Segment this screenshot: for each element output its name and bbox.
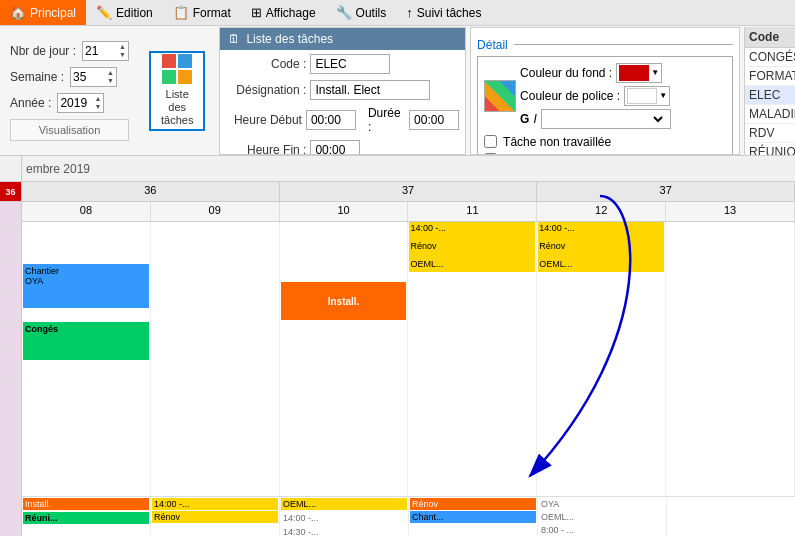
couleur-police-dropdown[interactable]: ▼ — [624, 86, 670, 106]
font-select-dropdown[interactable] — [541, 109, 671, 129]
task-code: MALADIE — [745, 105, 795, 123]
task-code: ELEC — [745, 86, 795, 104]
font-style-row: G I — [520, 109, 671, 129]
bottom-800: 8:00 - ... — [539, 524, 665, 536]
duree-label: Durée : — [368, 106, 405, 134]
event-oeml-1[interactable]: OEML... — [409, 258, 535, 272]
bottom-install[interactable]: Install. — [23, 498, 149, 510]
task-row[interactable]: RDV RdV 0 — [745, 124, 795, 143]
task-row[interactable]: MALADIE Maladie 0 — [745, 105, 795, 124]
heure-debut-input[interactable] — [306, 110, 356, 130]
designation-row: Désignation : — [226, 80, 459, 100]
couleur-fond-dropdown[interactable]: ▼ — [616, 63, 662, 83]
event-chantier-oya[interactable]: ChantierOYA — [23, 264, 149, 308]
annee-input[interactable]: ▲ ▼ — [57, 93, 104, 113]
semaine-input[interactable]: ▲ ▼ — [70, 67, 117, 87]
menu-suivitaches[interactable]: ↑ Suivi tâches — [396, 0, 491, 25]
font-select-input[interactable] — [546, 111, 666, 127]
couleur-police-arrow[interactable]: ▼ — [659, 91, 667, 100]
couleur-police-label: Couleur de police : — [520, 89, 620, 103]
detail-section-header[interactable]: Détail — [477, 38, 733, 52]
day-11: 11 — [408, 202, 537, 221]
font-i-label: I — [533, 112, 536, 126]
day-col-12: 14:00 -... Rénov OEML... — [537, 222, 666, 536]
bottom-chant[interactable]: Chant... — [410, 511, 536, 523]
task-row[interactable]: ELEC Install. Elect 0 — [745, 86, 795, 105]
designation-label: Désignation : — [226, 83, 306, 97]
detail-icon-row: Couleur du fond : ▼ Couleur de police : — [484, 63, 726, 129]
bottom-oeml[interactable]: OEML... — [281, 498, 407, 510]
menu-outils[interactable]: 🔧 Outils — [326, 0, 397, 25]
bord-droit-label: Bord droit — [503, 153, 555, 155]
edit-icon: ✏️ — [96, 5, 112, 20]
color-preview-icon — [484, 80, 516, 112]
toolbar: Nbr de jour : ▲ ▼ Semaine : ▲ ▼ — [0, 26, 795, 156]
week-37b: 37 — [537, 182, 795, 201]
time-column: 36 — [0, 156, 22, 536]
menu-affichage-label: Affichage — [266, 6, 316, 20]
week-36-label: 36 — [0, 182, 21, 202]
event-oeml-2[interactable]: OEML... — [538, 258, 664, 272]
events-area: ChantierOYA Congés Install. 14:00 -... R… — [22, 222, 795, 536]
liste-taches-icon — [162, 54, 192, 84]
menu-principal[interactable]: 🏠 Principal — [0, 0, 86, 25]
bottom-time: 14:00 -... — [281, 512, 407, 524]
bottom-reunion[interactable]: Réuni... — [23, 512, 149, 524]
nbr-de-jour-input[interactable]: ▲ ▼ — [82, 41, 129, 61]
designation-input[interactable] — [310, 80, 430, 100]
couleur-fond-arrow[interactable]: ▼ — [651, 68, 659, 77]
duree-input[interactable] — [409, 110, 459, 130]
couleur-police-row: Couleur de police : ▼ — [520, 86, 671, 106]
tasks-list-header: Code Désignation Dé — [745, 27, 795, 48]
bottom-col-2: OEML... 14:00 -... 14:30 -... — [280, 497, 409, 536]
heure-fin-input[interactable] — [310, 140, 360, 155]
main-area: 36 embre 2019 36 37 37 — [0, 156, 795, 536]
day-12: 12 — [537, 202, 666, 221]
heure-fin-row: Heure Fin : — [226, 140, 459, 155]
event-renov-1[interactable]: Rénov — [409, 240, 535, 258]
annee-row: Année : ▲ ▼ — [10, 93, 129, 113]
visualisation-label: Visualisation — [10, 119, 129, 141]
bord-droit-checkbox[interactable] — [484, 153, 497, 155]
nbr-de-jour-field[interactable] — [85, 44, 117, 58]
event-conges[interactable]: Congés — [23, 322, 149, 360]
taches-form-panel: 🗓 Liste des tâches Code : Désignation : … — [219, 27, 466, 155]
annee-field[interactable] — [60, 96, 92, 110]
tasks-rows: CONGÉS Congés 0 FORMATI... Formation 0 E… — [745, 48, 795, 155]
bottom-events-row: Install. Réuni... 14:00 -... Rénov OEML.… — [22, 496, 795, 536]
nbr-de-jour-spinner[interactable]: ▲ ▼ — [119, 43, 126, 59]
code-input[interactable] — [310, 54, 390, 74]
liste-taches-button[interactable]: Liste destâches — [149, 51, 205, 131]
bottom-renov-b[interactable]: Rénov — [152, 511, 278, 523]
bottom-col-5 — [667, 497, 795, 536]
nbr-de-jour-row: Nbr de jour : ▲ ▼ — [10, 41, 129, 61]
tache-non-travaillee-checkbox[interactable] — [484, 135, 497, 148]
menu-format[interactable]: 📋 Format — [163, 0, 241, 25]
event-renov-2[interactable]: Rénov — [538, 240, 664, 258]
affichage-icon: ⊞ — [251, 5, 262, 20]
bottom-14[interactable]: 14:00 -... — [152, 498, 278, 510]
menu-edition[interactable]: ✏️ Edition — [86, 0, 163, 25]
task-row[interactable]: CONGÉS Congés 0 — [745, 48, 795, 67]
annee-label: Année : — [10, 96, 51, 110]
event-1400-2[interactable]: 14:00 -... — [538, 222, 664, 240]
bottom-reno-b[interactable]: Rénov — [410, 498, 536, 510]
semaine-row: Semaine : ▲ ▼ — [10, 67, 129, 87]
task-row[interactable]: RÉUNION Réunion 0 — [745, 143, 795, 155]
semaine-field[interactable] — [73, 70, 105, 84]
menu-affichage[interactable]: ⊞ Affichage — [241, 0, 326, 25]
event-1400-1[interactable]: 14:00 -... — [409, 222, 535, 240]
couleur-fond-label: Couleur du fond : — [520, 66, 612, 80]
task-row[interactable]: FORMATI... Formation 0 — [745, 67, 795, 86]
menubar: 🏠 Principal ✏️ Edition 📋 Format ⊞ Affich… — [0, 0, 795, 26]
event-install[interactable]: Install. — [281, 282, 407, 320]
annee-spinner[interactable]: ▲ ▼ — [94, 95, 101, 111]
day-08: 08 — [22, 202, 151, 221]
semaine-spinner[interactable]: ▲ ▼ — [107, 69, 114, 85]
toolbar-controls: Nbr de jour : ▲ ▼ Semaine : ▲ ▼ — [6, 37, 133, 145]
detail-body: Détail Couleur du fond : ▼ — [471, 28, 739, 155]
couleur-police-box — [627, 88, 657, 104]
menu-format-label: Format — [193, 6, 231, 20]
tache-non-travaillee-row: Tâche non travaillée — [484, 135, 726, 149]
taches-dialog-header: 🗓 Liste des tâches — [220, 28, 465, 50]
